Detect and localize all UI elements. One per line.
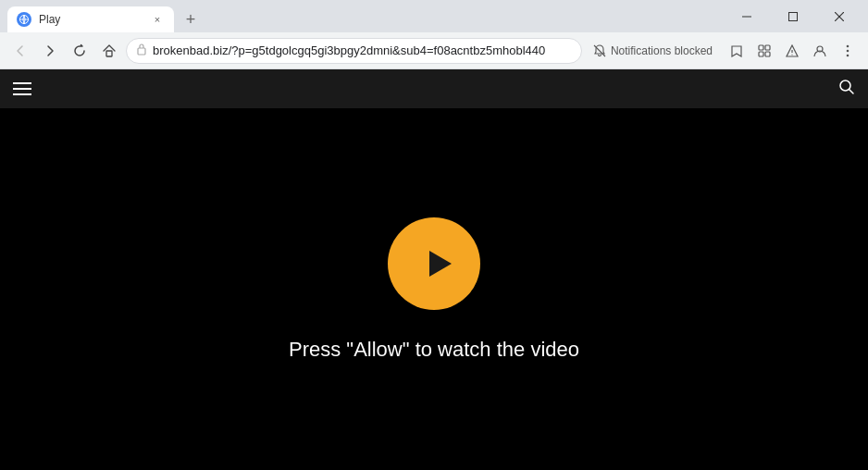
reload-button[interactable] (67, 38, 93, 64)
svg-point-15 (791, 54, 792, 55)
back-button[interactable] (7, 38, 33, 64)
svg-point-18 (847, 49, 849, 52)
svg-rect-10 (759, 45, 763, 50)
site-search-button[interactable] (838, 79, 855, 99)
tab-title-text: Play (39, 13, 143, 26)
svg-marker-22 (429, 251, 452, 277)
svg-rect-7 (106, 51, 112, 56)
home-button[interactable] (96, 38, 122, 64)
profile-button[interactable] (807, 38, 833, 64)
minimize-button[interactable] (725, 0, 768, 32)
forward-button[interactable] (37, 38, 63, 64)
svg-rect-13 (765, 52, 770, 56)
bell-slash-icon (593, 44, 606, 57)
video-area: Press "Allow" to watch the video (0, 108, 868, 470)
svg-rect-8 (138, 48, 145, 55)
url-text: brokenbad.biz/?p=g5tdgolcgq5gi3bpgy2dmni… (153, 43, 572, 57)
alert-icon[interactable] (779, 38, 805, 64)
close-window-button[interactable] (818, 0, 861, 32)
window-controls (725, 0, 861, 32)
video-caption: Press "Allow" to watch the video (289, 338, 579, 362)
svg-line-21 (849, 90, 854, 94)
title-bar: Play × + (0, 0, 868, 32)
navigation-bar: brokenbad.biz/?p=g5tdgolcgq5gi3bpgy2dmni… (0, 32, 868, 69)
notifications-blocked[interactable]: Notifications blocked (586, 43, 720, 59)
extensions-button[interactable] (751, 38, 777, 64)
hamburger-line-2 (13, 88, 31, 90)
svg-rect-3 (742, 16, 751, 17)
new-tab-button[interactable]: + (178, 6, 204, 32)
lock-icon (136, 43, 147, 58)
active-tab[interactable]: Play × (7, 6, 174, 32)
svg-point-19 (847, 54, 849, 56)
site-top-bar (0, 69, 868, 108)
hamburger-line-1 (13, 82, 31, 84)
notifications-blocked-label: Notifications blocked (611, 44, 713, 57)
svg-rect-4 (789, 12, 798, 20)
svg-rect-12 (759, 52, 763, 56)
tab-close-button[interactable]: × (150, 12, 165, 27)
toolbar-icons (724, 38, 861, 64)
svg-rect-11 (765, 45, 770, 50)
more-button[interactable] (835, 38, 861, 64)
tab-favicon (17, 12, 31, 27)
tab-strip: Play × + (7, 0, 725, 32)
svg-point-17 (847, 44, 849, 47)
play-button[interactable] (388, 217, 480, 310)
bookmark-button[interactable] (724, 38, 750, 64)
hamburger-line-3 (13, 93, 31, 95)
maximize-button[interactable] (772, 0, 814, 32)
address-bar[interactable]: brokenbad.biz/?p=g5tdgolcgq5gi3bpgy2dmni… (126, 38, 582, 64)
hamburger-menu[interactable] (13, 82, 31, 95)
